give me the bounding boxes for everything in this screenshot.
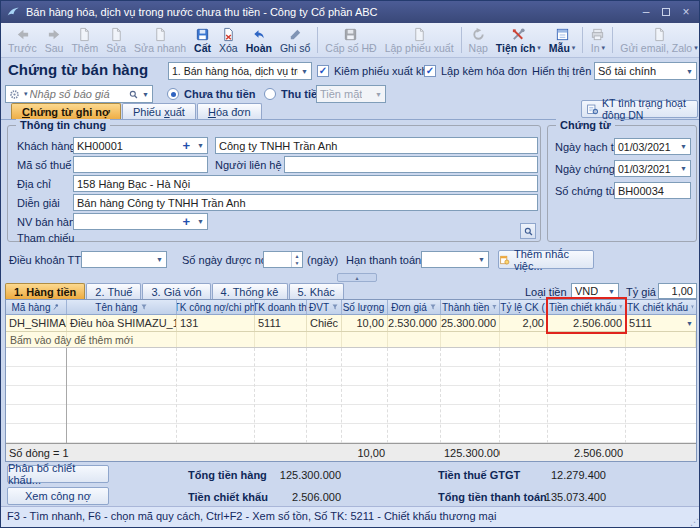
filter-icon[interactable] — [429, 303, 437, 311]
toolbar-in-button[interactable]: In▾ — [586, 24, 609, 57]
doc-type-select[interactable]: 1. Bán hàng hóa, dịch vụ trong nước ▼ — [168, 62, 312, 80]
table-row[interactable]: DH_SHIMAZ Điều hòa SHIMAZU_12000 131 511… — [6, 315, 696, 332]
ty-gia-label: Tỷ giá — [626, 286, 656, 298]
hien-thi-tren-so-select[interactable]: Sổ tài chính ▼ — [594, 62, 697, 80]
toolbar-truoc-button[interactable]: Trước — [4, 24, 41, 57]
collapse-handle[interactable]: ▲ — [337, 273, 377, 282]
toolbar-cap-so-hd-button[interactable]: Cấp số HĐ — [321, 24, 380, 57]
toolbar-gui-email-button[interactable]: Gửi email, Zalo▾ — [616, 24, 700, 57]
payment-method-select[interactable]: Tiền mặt ▼ — [316, 85, 386, 103]
column-header-tk-doanh-thu[interactable]: TK doanh th — [255, 300, 307, 314]
toolbar-ghi-so-button[interactable]: Ghi sổ — [276, 24, 314, 57]
toolbar-sua-button[interactable]: Sửa — [102, 24, 130, 57]
add-new-row[interactable]: Bấm vào đây để thêm mới — [6, 332, 696, 348]
salesperson-combo[interactable]: + ▼ — [73, 213, 208, 230]
row-count-label: Số dòng = 1 — [6, 447, 177, 459]
column-header-thanh-tien[interactable]: Thành tiền — [441, 300, 500, 314]
phan-bo-chiet-khau-button[interactable]: Phân bổ chiết khấu... — [7, 465, 109, 483]
filter-icon[interactable] — [140, 303, 148, 311]
tab-hoa-don[interactable]: Hóa đơn — [197, 103, 262, 120]
toolbar-lap-phieu-xuat-button[interactable]: Lập phiếu xuất — [381, 24, 458, 57]
toolbar-tien-ich-button[interactable]: Tiện ích▾ — [492, 24, 545, 57]
pin-icon[interactable] — [52, 303, 60, 311]
toolbar-nap-button[interactable]: Nạp — [465, 24, 492, 57]
kiem-phieu-xuat-kho-checkbox[interactable] — [317, 65, 329, 77]
column-header-ten-hang[interactable]: Tên hàng — [67, 300, 177, 314]
payment-terms-select[interactable]: ▼ — [81, 251, 167, 268]
close-window-button[interactable]: × — [676, 4, 696, 20]
maximize-button[interactable] — [656, 4, 676, 20]
customer-code-combo[interactable]: KH00001 + ▼ — [73, 137, 208, 154]
column-header-ma-hang[interactable]: Mã hàng — [6, 300, 67, 314]
tab-hang-tien[interactable]: 1. Hàng tiền — [5, 283, 85, 299]
xem-cong-no-button[interactable]: Xem công nợ — [7, 487, 109, 505]
cell-tk-doanh-thu[interactable]: 5111 — [255, 315, 307, 331]
toolbar-cat-button[interactable]: Cất — [190, 24, 215, 57]
column-header-dvt[interactable]: ĐVT — [307, 300, 342, 314]
cell-don-gia[interactable]: 12.530.000 — [388, 315, 441, 331]
reference-search-button[interactable] — [520, 223, 536, 239]
column-header-so-luong[interactable]: Số lượng — [342, 300, 388, 314]
toolbar-xoa-button[interactable]: Xóa — [215, 24, 242, 57]
document-date-picker[interactable]: 01/03/2021 ▼ — [614, 160, 691, 177]
column-header-tk-chiet-khau[interactable]: TK chiết khấu — [626, 300, 696, 314]
exchange-rate-field[interactable]: 1,00 — [658, 283, 697, 299]
cell-tien-chiet-khau[interactable]: 2.506.000 — [548, 315, 626, 331]
them-nhac-viec-button[interactable]: Thêm nhắc việc... — [498, 250, 594, 269]
lap-kem-hoa-don-checkbox[interactable] — [424, 65, 436, 77]
tab-thue[interactable]: 2. Thuế — [86, 283, 141, 299]
tab-phieu-xuat[interactable]: Phiếu xuất — [122, 103, 196, 120]
kt-status-button[interactable]: KT tình trạng hoạt động DN — [581, 100, 698, 118]
resize-grip-icon[interactable]: ⋰ — [690, 517, 699, 527]
thu-tien-ngay-radio[interactable] — [264, 88, 276, 100]
cell-thanh-tien[interactable]: 125.300.000 — [441, 315, 500, 331]
column-header-ty-le-ck[interactable]: Tỷ lệ CK ( — [500, 300, 548, 314]
filter-icon[interactable] — [618, 303, 624, 311]
cell-ty-le-ck[interactable]: 2,00 — [500, 315, 548, 331]
cell-tk-cong-no[interactable]: 131 — [177, 315, 255, 331]
tab-khac[interactable]: 5. Khác — [289, 283, 344, 299]
minimize-button[interactable]: – — [636, 4, 656, 20]
customer-name-field[interactable]: Công ty TNHH Trần Anh — [215, 137, 538, 154]
credit-days-stepper[interactable]: ▲▼ — [263, 251, 303, 268]
add-new-row-hint: Bấm vào đây để thêm mới — [10, 334, 133, 346]
chua-thu-tien-radio[interactable] — [167, 88, 179, 100]
chua-thu-tien-label: Chưa thu tiền — [184, 88, 256, 100]
stepper-arrows[interactable]: ▲▼ — [291, 252, 302, 267]
tax-code-field[interactable] — [73, 156, 208, 173]
contact-person-field[interactable] — [284, 156, 538, 173]
toolbar-hoan-button[interactable]: Hoàn — [242, 24, 276, 57]
cell-ma-hang[interactable]: DH_SHIMAZ — [6, 315, 67, 331]
status-text: F3 - Tìm nhanh, F6 - chọn mã quy cách, C… — [7, 510, 496, 522]
posting-date-picker[interactable]: 01/03/2021 ▼ — [614, 138, 691, 155]
cell-dvt[interactable]: Chiếc — [307, 315, 342, 331]
document-number-field[interactable]: BH00034 — [614, 182, 691, 199]
item-grid: Mã hàng Tên hàng TK công nợ/chi ph TK do… — [5, 299, 697, 462]
chevron-down-icon: ▼ — [139, 91, 149, 98]
add-icon[interactable]: + — [182, 215, 190, 228]
cell-ten-hang[interactable]: Điều hòa SHIMAZU_12000 — [67, 315, 177, 331]
address-field[interactable]: 158 Hàng Bạc - Hà Nội — [73, 175, 538, 192]
cell-so-luong[interactable]: 10,00 — [342, 315, 388, 331]
filter-icon[interactable] — [491, 303, 498, 311]
description-field[interactable]: Bán hàng Công ty TNHH Trần Anh — [73, 194, 538, 211]
tab-thong-ke[interactable]: 4. Thống kê — [212, 283, 288, 299]
currency-select[interactable]: VND ▼ — [571, 283, 619, 299]
toolbar-mau-button[interactable]: Mẫu▾ — [545, 24, 580, 57]
column-header-tk-cong-no[interactable]: TK công nợ/chi ph — [177, 300, 255, 314]
filter-icon[interactable] — [690, 303, 695, 311]
quote-number-input[interactable] — [28, 87, 129, 101]
column-header-tien-chiet-khau[interactable]: Tiền chiết khấu — [548, 300, 626, 314]
toolbar-sau-button[interactable]: Sau — [41, 24, 68, 57]
tab-gia-von[interactable]: 3. Giá vốn — [142, 283, 210, 299]
add-icon[interactable]: + — [182, 139, 190, 152]
cell-tk-chiet-khau[interactable]: 5111▼ — [626, 315, 696, 331]
tab-chung-tu-ghi-no[interactable]: Chứng từ ghi nợ — [11, 103, 121, 120]
quote-number-combo[interactable]: ▾ ▼ — [5, 85, 153, 103]
column-header-don-gia[interactable]: Đơn giá — [388, 300, 441, 314]
filter-icon[interactable] — [331, 303, 339, 311]
printer-icon — [590, 26, 605, 42]
due-date-picker[interactable]: ▼ — [421, 251, 489, 268]
toolbar-them-button[interactable]: Thêm — [67, 24, 102, 57]
toolbar-sua-nhanh-button[interactable]: Sửa nhanh — [130, 24, 190, 57]
